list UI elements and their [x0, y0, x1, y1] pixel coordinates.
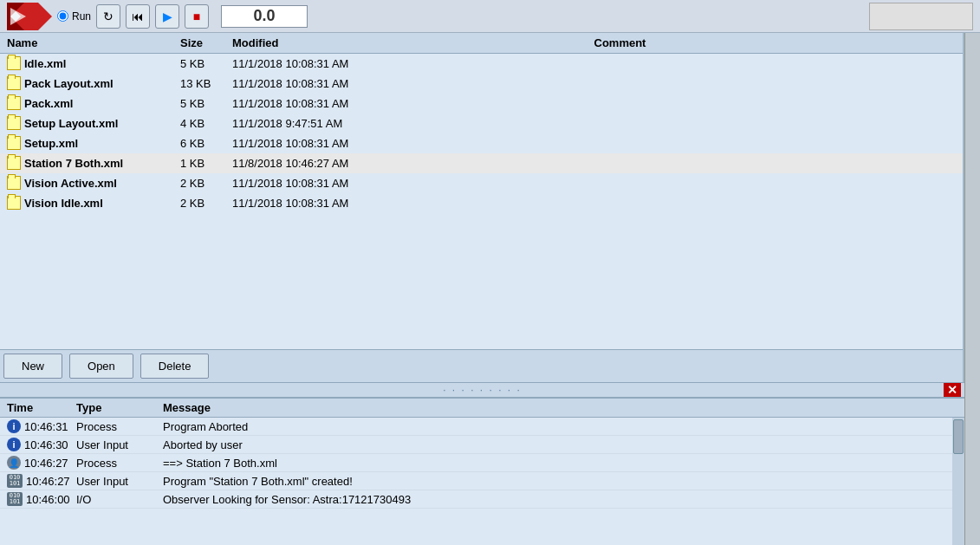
log-type-cell: Process	[76, 420, 163, 433]
content-area: Name Size Modified Comment Idle.xml 5 KB…	[0, 33, 964, 545]
refresh-button[interactable]: ↻	[96, 4, 120, 29]
file-size-cell: 6 KB	[180, 137, 232, 150]
log-col-time: Time	[7, 401, 76, 414]
log-time-cell: 👤 10:46:27	[7, 456, 76, 470]
file-name-cell: Pack Layout.xml	[7, 76, 180, 90]
file-size-cell: 5 KB	[180, 97, 232, 110]
log-message-cell: Program Aborted	[163, 420, 957, 433]
file-buttons: New Open Delete	[0, 349, 963, 382]
file-size-cell: 5 KB	[180, 57, 232, 70]
new-button[interactable]: New	[3, 354, 62, 379]
col-name[interactable]: Name	[7, 36, 180, 49]
log-time-cell: 010101 10:46:27	[7, 474, 76, 488]
file-icon	[7, 56, 21, 70]
file-name-cell: Vision Idle.xml	[7, 196, 180, 210]
file-modified-cell: 11/1/2018 10:08:31 AM	[232, 137, 594, 150]
table-row[interactable]: Pack.xml 5 KB 11/1/2018 10:08:31 AM	[0, 94, 963, 114]
back-button[interactable]: ⏮	[126, 4, 150, 29]
file-modified-cell: 11/8/2018 10:46:27 AM	[232, 157, 594, 170]
file-name-cell: Station 7 Both.xml	[7, 156, 180, 170]
file-modified-cell: 11/1/2018 9:47:51 AM	[232, 117, 594, 130]
splitter-handle: · · · · · · · · ·	[443, 384, 522, 396]
log-col-message: Message	[163, 401, 957, 414]
toolbar-right-area	[869, 3, 973, 30]
version-display: 0.0	[221, 5, 308, 28]
toolbar: Run ↻ ⏮ ▶ ■ 0.0	[0, 0, 980, 33]
file-icon	[7, 116, 21, 130]
log-type-cell: I/O	[76, 493, 163, 506]
file-icon	[7, 136, 21, 150]
log-header: Time Type Message	[0, 399, 964, 418]
splitter[interactable]: · · · · · · · · · ✕	[0, 382, 964, 398]
main-area: Name Size Modified Comment Idle.xml 5 KB…	[0, 33, 980, 545]
delete-button[interactable]: Delete	[140, 354, 210, 379]
table-row[interactable]: Vision Idle.xml 2 KB 11/1/2018 10:08:31 …	[0, 193, 963, 213]
file-name-cell: Setup Layout.xml	[7, 116, 180, 130]
table-row[interactable]: Setup.xml 6 KB 11/1/2018 10:08:31 AM	[0, 133, 963, 153]
list-item[interactable]: 010101 10:46:00 I/O Observer Looking for…	[0, 490, 964, 509]
list-item[interactable]: 👤 10:46:27 Process ==> Station 7 Both.xm…	[0, 454, 964, 472]
table-row[interactable]: Setup Layout.xml 4 KB 11/1/2018 9:47:51 …	[0, 114, 963, 133]
run-label: Run	[72, 10, 91, 23]
user-icon: 👤	[7, 456, 21, 470]
log-time-cell: i 10:46:31	[7, 419, 76, 433]
stop-button[interactable]: ■	[185, 4, 209, 29]
log-message-cell: Observer Looking for Sensor: Astra:17121…	[163, 493, 957, 506]
list-item[interactable]: 010101 10:46:27 User Input Program "Stat…	[0, 472, 964, 490]
upper-content: Name Size Modified Comment Idle.xml 5 KB…	[0, 33, 964, 382]
log-time-cell: i 10:46:30	[7, 438, 76, 451]
file-icon	[7, 196, 21, 210]
file-modified-cell: 11/1/2018 10:08:31 AM	[232, 97, 594, 110]
file-icon	[7, 76, 21, 90]
info-icon: i	[7, 419, 21, 433]
file-name-cell: Vision Active.xml	[7, 176, 180, 190]
file-icon	[7, 156, 21, 170]
file-list-header: Name Size Modified Comment	[0, 33, 963, 54]
log-col-type: Type	[76, 401, 163, 414]
log-message-cell: ==> Station 7 Both.xml	[163, 457, 957, 470]
info-icon: i	[7, 438, 21, 451]
list-item[interactable]: i 10:46:31 Process Program Aborted	[0, 418, 964, 436]
col-size[interactable]: Size	[180, 36, 232, 49]
log-message-cell: Program "Station 7 Both.xml" created!	[163, 475, 957, 488]
binary-icon: 010101	[7, 492, 23, 506]
log-panel: Time Type Message i 10:46:31 Process Pro…	[0, 398, 964, 545]
play-button[interactable]: ▶	[155, 4, 179, 29]
run-radio-group[interactable]: Run	[57, 10, 91, 23]
file-icon	[7, 176, 21, 190]
right-sidebar	[964, 33, 980, 545]
log-type-cell: Process	[76, 457, 163, 470]
file-name-cell: Pack.xml	[7, 96, 180, 110]
file-size-cell: 4 KB	[180, 117, 232, 130]
file-modified-cell: 11/1/2018 10:08:31 AM	[232, 57, 594, 70]
file-size-cell: 2 KB	[180, 177, 232, 190]
log-time-cell: 010101 10:46:00	[7, 492, 76, 506]
file-size-cell: 1 KB	[180, 157, 232, 170]
log-type-cell: User Input	[76, 475, 163, 488]
log-scrollbar[interactable]	[952, 418, 964, 545]
log-body: i 10:46:31 Process Program Aborted i 10:…	[0, 418, 964, 545]
file-name-cell: Idle.xml	[7, 56, 180, 70]
log-message-cell: Aborted by user	[163, 438, 957, 451]
table-row[interactable]: Idle.xml 5 KB 11/1/2018 10:08:31 AM	[0, 54, 963, 74]
open-button[interactable]: Open	[69, 354, 133, 379]
file-list-body: Idle.xml 5 KB 11/1/2018 10:08:31 AM Pack…	[0, 54, 963, 349]
binary-icon: 010101	[7, 474, 23, 488]
file-modified-cell: 11/1/2018 10:08:31 AM	[232, 177, 594, 190]
col-modified[interactable]: Modified	[232, 36, 594, 49]
file-icon	[7, 96, 21, 110]
file-name-cell: Setup.xml	[7, 136, 180, 150]
table-row[interactable]: Station 7 Both.xml 1 KB 11/8/2018 10:46:…	[0, 153, 963, 173]
close-log-button[interactable]: ✕	[944, 383, 961, 397]
table-row[interactable]: Pack Layout.xml 13 KB 11/1/2018 10:08:31…	[0, 74, 963, 94]
log-type-cell: User Input	[76, 438, 163, 451]
file-modified-cell: 11/1/2018 10:08:31 AM	[232, 77, 594, 90]
list-item[interactable]: i 10:46:30 User Input Aborted by user	[0, 436, 964, 454]
table-row[interactable]: Vision Active.xml 2 KB 11/1/2018 10:08:3…	[0, 173, 963, 193]
file-panel: Name Size Modified Comment Idle.xml 5 KB…	[0, 33, 964, 382]
run-radio[interactable]	[57, 10, 68, 22]
file-modified-cell: 11/1/2018 10:08:31 AM	[232, 197, 594, 210]
file-size-cell: 13 KB	[180, 77, 232, 90]
file-size-cell: 2 KB	[180, 197, 232, 210]
col-comment[interactable]: Comment	[594, 36, 957, 49]
